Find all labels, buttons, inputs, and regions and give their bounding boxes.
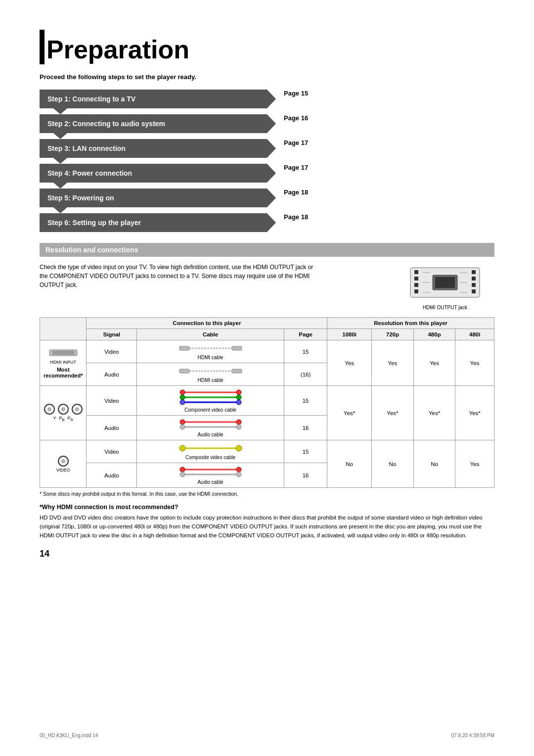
svg-rect-8 xyxy=(472,289,476,293)
step-2-bar-row: Step 2: Connecting to audio system Page … xyxy=(40,114,308,133)
hdmi-connector-icon xyxy=(48,348,78,358)
step-4-page: Page 17 xyxy=(284,164,308,183)
hdmi-audio-cable-svg xyxy=(178,366,243,377)
pb-circle-icon: ⊙ xyxy=(58,404,69,415)
480p-header: 480p xyxy=(413,329,455,340)
svg-rect-22 xyxy=(179,369,189,373)
step-6-row: Step 6: Setting up the player Page 18 xyxy=(40,213,494,232)
step-3-bar-row: Step 3: LAN connection Page 17 xyxy=(40,139,308,158)
composite-audio-cable-cell: Audio cable xyxy=(137,463,284,488)
composite-input-cell: ⊙ VIDEO xyxy=(40,440,87,488)
step-1-down-arrow xyxy=(53,108,67,114)
footer-left: 00_HD A3KU_Eng.indd 14 xyxy=(40,733,98,738)
why-hdmi-text: HD DVD and DVD video disc creators have … xyxy=(40,514,494,540)
step-2-label-area: Step 2: Connecting to audio system Page … xyxy=(40,114,308,139)
composite-cable-label: Composite video cable xyxy=(140,455,280,460)
hdmi-720p: Yes xyxy=(372,340,414,386)
subtitle: Proceed the following steps to set the p… xyxy=(40,73,494,81)
step-5-bar: Step 5: Powering on xyxy=(40,189,267,207)
svg-rect-5 xyxy=(472,270,476,274)
cable-header: Cable xyxy=(137,329,284,340)
hdmi-jack-svg xyxy=(405,263,485,302)
table-row: HDMI INPUT Most recommended* Video HDMI … xyxy=(40,340,494,363)
footer-bar: 00_HD A3KU_Eng.indd 14 07.8.20 4:39:58 P… xyxy=(0,733,534,738)
step-4-down-arrow xyxy=(53,183,67,189)
composite-audio-cable-svg xyxy=(178,466,243,478)
step-5-row: Step 5: Powering on Page 18 xyxy=(40,189,494,213)
svg-point-46 xyxy=(236,467,241,472)
ypbpr-icons: ⊙ ⊙ ⊙ xyxy=(44,404,83,415)
svg-point-31 xyxy=(236,395,241,400)
component-cable-svg xyxy=(178,388,243,406)
svg-rect-18 xyxy=(52,351,74,355)
component-video-page: 15 xyxy=(284,386,327,416)
connection-table: Connection to this player Resolution fro… xyxy=(40,317,494,488)
composite-audio-page: 16 xyxy=(284,463,327,488)
table-footnote: * Some discs may prohibit output in this… xyxy=(40,491,494,497)
svg-point-29 xyxy=(236,390,241,395)
component-cable-label: Component video cable xyxy=(140,407,280,413)
svg-point-32 xyxy=(180,400,185,405)
720p-header: 720p xyxy=(372,329,414,340)
step-4-label-area: Step 4: Power connection Page 17 xyxy=(40,164,308,189)
component-video-signal: Video xyxy=(87,386,137,416)
svg-rect-4 xyxy=(414,289,418,293)
step-2-row: Step 2: Connecting to audio system Page … xyxy=(40,114,494,139)
hdmi-video-page: 15 xyxy=(284,340,327,363)
signal-header: Signal xyxy=(87,329,137,340)
svg-rect-19 xyxy=(179,346,189,350)
resolution-description: Check the type of video input on your TV… xyxy=(40,263,316,289)
svg-rect-21 xyxy=(232,346,242,350)
hdmi-1080i: Yes xyxy=(327,340,372,386)
step-3-page: Page 17 xyxy=(284,139,308,158)
step-3-label-area: Step 3: LAN connection Page 17 xyxy=(40,139,308,164)
step-5-bar-row: Step 5: Powering on Page 18 xyxy=(40,189,308,207)
svg-point-42 xyxy=(236,445,242,451)
composite-icon: ⊙ xyxy=(58,456,69,467)
component-input-cell: ⊙ ⊙ ⊙ Y PB PR xyxy=(40,386,87,440)
title-accent xyxy=(40,30,44,64)
1080i-header: 1080i xyxy=(327,329,372,340)
step-3-bar: Step 3: LAN connection xyxy=(40,139,267,158)
svg-rect-7 xyxy=(472,283,476,287)
step-3-arrow xyxy=(267,139,276,158)
step-6-label-area: Step 6: Setting up the player Page 18 xyxy=(40,213,308,232)
composite-label: VIDEO xyxy=(44,468,83,472)
y-circle-icon: ⊙ xyxy=(44,404,55,415)
svg-rect-3 xyxy=(414,283,418,287)
hdmi-input-label: HDMI INPUT xyxy=(44,360,83,365)
pb-label: PB xyxy=(59,416,65,422)
step-6-page: Page 18 xyxy=(284,213,308,232)
pr-circle-icon: ⊙ xyxy=(72,404,83,415)
component-720p: Yes* xyxy=(372,386,414,440)
hdmi-cable-label: HDMI cable xyxy=(140,355,280,360)
step-1-arrow xyxy=(267,90,276,108)
svg-point-47 xyxy=(180,472,185,477)
step-4-bar: Step 4: Power connection xyxy=(40,164,267,183)
composite-480p: No xyxy=(413,440,455,488)
hdmi-480i: Yes xyxy=(455,340,494,386)
pr-label: PR xyxy=(68,416,73,422)
svg-point-48 xyxy=(236,472,241,477)
step-5-page: Page 18 xyxy=(284,189,308,207)
step-3-row: Step 3: LAN connection Page 17 xyxy=(40,139,494,164)
step-6-bar-row: Step 6: Setting up the player Page 18 xyxy=(40,213,308,232)
component-audio-cable-label: Audio cable xyxy=(140,432,280,437)
hdmi-audio-signal: Audio xyxy=(87,363,137,386)
resolution-header: Resolution and connections xyxy=(40,243,494,257)
tv-input-header xyxy=(40,318,87,340)
svg-point-39 xyxy=(236,425,241,429)
svg-point-30 xyxy=(180,395,185,400)
composite-audio-cable-label: Audio cable xyxy=(140,479,280,485)
step-6-arrow xyxy=(267,213,276,232)
svg-rect-6 xyxy=(472,277,476,281)
step-5-label-area: Step 5: Powering on Page 18 xyxy=(40,189,308,213)
hdmi-image-area: HDMI OUTPUT jack xyxy=(396,263,494,310)
hdmi-audio-page: (16) xyxy=(284,363,327,386)
hdmi-input-cell: HDMI INPUT Most recommended* xyxy=(40,340,87,386)
component-audio-page: 16 xyxy=(284,416,327,440)
step-2-arrow xyxy=(267,114,276,133)
hdmi-video-cable-cell: HDMI cable xyxy=(137,340,284,363)
component-480p: Yes* xyxy=(413,386,455,440)
hdmi-video-signal: Video xyxy=(87,340,137,363)
